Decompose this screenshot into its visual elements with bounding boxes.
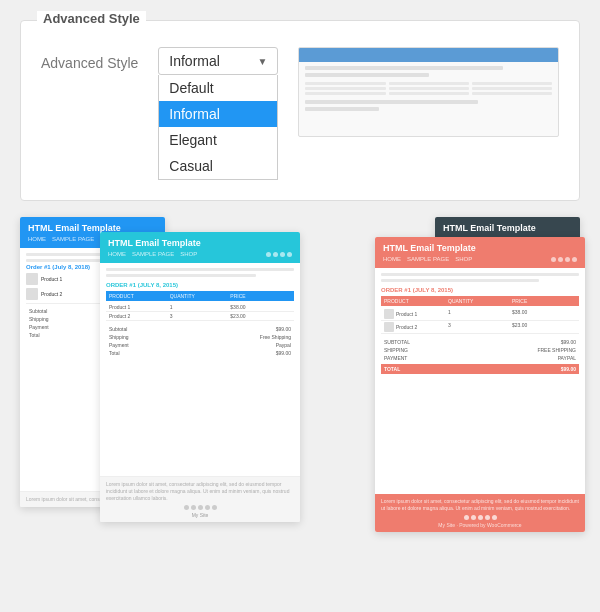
sal-table-row-1: Product 1 1 $38.00: [381, 308, 579, 321]
template-informal-body: ORDER #1 (JULY 8, 2015) PRODUCT QUANTITY…: [100, 263, 300, 476]
sal-mysite-label: My Site · Powered by WooCommerce: [381, 522, 579, 528]
col-qty: QUANTITY: [170, 293, 231, 299]
template-informal-nav: HOME SAMPLE PAGE SHOP: [108, 251, 292, 257]
sal-product-img-2: [384, 322, 394, 332]
sal-nav-shop: SHOP: [455, 256, 472, 262]
template-informal-header: HTML Email Template HOME SAMPLE PAGE SHO…: [100, 232, 300, 263]
inf-cell-product-1: Product 1: [109, 304, 170, 310]
sal-social-4: [572, 257, 577, 262]
inf-footer-dot-1: [184, 505, 189, 510]
sal-social-2: [558, 257, 563, 262]
inf-nav-shop: SHOP: [180, 251, 197, 257]
template-salmon-body: ORDER #1 (JULY 8, 2015) PRODUCT QUANTITY…: [375, 268, 585, 494]
chevron-down-icon: ▼: [257, 56, 267, 67]
nav-sample: SAMPLE PAGE: [52, 236, 94, 242]
option-informal[interactable]: Informal: [159, 101, 277, 127]
sal-col-product: PRODUCT: [384, 298, 448, 304]
sal-footer-text: Lorem ipsum dolor sit amet, consectetur …: [381, 498, 579, 512]
sal-table-row-2: Product 2 3 $23.00: [381, 321, 579, 334]
product-image-1: [26, 273, 38, 285]
sal-col-price: PRICE: [512, 298, 576, 304]
sal-social-icons: [551, 257, 577, 262]
sal-footer-social: [381, 515, 579, 520]
inf-footer-dot-3: [198, 505, 203, 510]
product-image-2: [26, 288, 38, 300]
style-label: Advanced Style: [41, 55, 138, 71]
template-informal-title: HTML Email Template: [108, 238, 292, 248]
template-informal-footer: Lorem ipsum dolor sit amet, consectetur …: [100, 476, 300, 522]
dropdown-value: Informal: [169, 53, 220, 69]
sal-footer-dot-2: [471, 515, 476, 520]
sal-footer-dot-5: [492, 515, 497, 520]
sal-cell-qty-2: 3: [448, 322, 512, 332]
nav-home: HOME: [28, 236, 46, 242]
inf-nav-home: HOME: [108, 251, 126, 257]
sal-cell-product-2: Product 2: [396, 324, 448, 330]
style-dropdown[interactable]: Informal ▼: [158, 47, 278, 75]
sal-social-3: [565, 257, 570, 262]
option-elegant[interactable]: Elegant: [159, 127, 277, 153]
sal-social-1: [551, 257, 556, 262]
sal-cell-qty-1: 1: [448, 309, 512, 319]
template-salmon-nav: HOME SAMPLE PAGE SHOP: [383, 256, 577, 262]
panel-title: Advanced Style: [37, 11, 146, 26]
sal-product-img-1: [384, 309, 394, 319]
dropdown-list: Default Informal Elegant Casual: [158, 75, 278, 180]
inf-table-row-2: Product 2 3 $23.00: [106, 312, 294, 321]
inf-nav-sample: SAMPLE PAGE: [132, 251, 174, 257]
inf-table-row-1: Product 1 1 $38.00: [106, 303, 294, 312]
inf-cell-product-2: Product 2: [109, 313, 170, 319]
option-casual[interactable]: Casual: [159, 153, 277, 179]
order-title-salmon: ORDER #1 (JULY 8, 2015): [381, 287, 579, 293]
inf-social-3: [280, 252, 285, 257]
option-default[interactable]: Default: [159, 75, 277, 101]
col-price: PRICE: [230, 293, 291, 299]
inf-footer-text: Lorem ipsum dolor sit amet, consectetur …: [106, 481, 294, 502]
template-salmon-header: HTML Email Template HOME SAMPLE PAGE SHO…: [375, 237, 585, 268]
inf-cell-price-1: $38.00: [230, 304, 291, 310]
inf-social-2: [273, 252, 278, 257]
inf-cell-qty-1: 1: [170, 304, 231, 310]
sal-cell-product-1: Product 1: [396, 311, 448, 317]
sal-footer-dot-3: [478, 515, 483, 520]
inf-social-icons: [266, 252, 292, 257]
inf-social-1: [266, 252, 271, 257]
table-header-informal: PRODUCT QUANTITY PRICE: [106, 291, 294, 301]
sal-footer-dot-1: [464, 515, 469, 520]
sal-col-qty: QUANTITY: [448, 298, 512, 304]
sal-cell-price-1: $38.00: [512, 309, 576, 319]
sal-footer-dot-4: [485, 515, 490, 520]
templates-grid: HTML Email Template HOME SAMPLE PAGE SHO…: [20, 217, 580, 527]
sal-cell-price-2: $23.00: [512, 322, 576, 332]
style-dropdown-container: Informal ▼ Default Informal Elegant Casu…: [158, 47, 278, 180]
template-salmon: HTML Email Template HOME SAMPLE PAGE SHO…: [375, 237, 585, 532]
template-salmon-footer: Lorem ipsum dolor sit amet, consectetur …: [375, 494, 585, 532]
template-informal: HTML Email Template HOME SAMPLE PAGE SHO…: [100, 232, 300, 522]
inf-footer-dot-2: [191, 505, 196, 510]
inf-footer-social: [106, 505, 294, 510]
mysite-label: My Site: [106, 512, 294, 518]
advanced-style-panel: Advanced Style Advanced Style Informal ▼…: [20, 20, 580, 201]
inf-footer-dot-4: [205, 505, 210, 510]
sal-nav-sample: SAMPLE PAGE: [407, 256, 449, 262]
sal-nav-home: HOME: [383, 256, 401, 262]
inf-cell-qty-2: 3: [170, 313, 231, 319]
template-dark-title: HTML Email Template: [443, 223, 572, 233]
order-title-informal: ORDER #1 (JULY 8, 2015): [106, 282, 294, 288]
inf-social-4: [287, 252, 292, 257]
style-preview: [298, 47, 559, 137]
template-salmon-title: HTML Email Template: [383, 243, 577, 253]
inf-footer-dot-5: [212, 505, 217, 510]
col-product: PRODUCT: [109, 293, 170, 299]
table-header-salmon: PRODUCT QUANTITY PRICE: [381, 296, 579, 306]
inf-cell-price-2: $23.00: [230, 313, 291, 319]
